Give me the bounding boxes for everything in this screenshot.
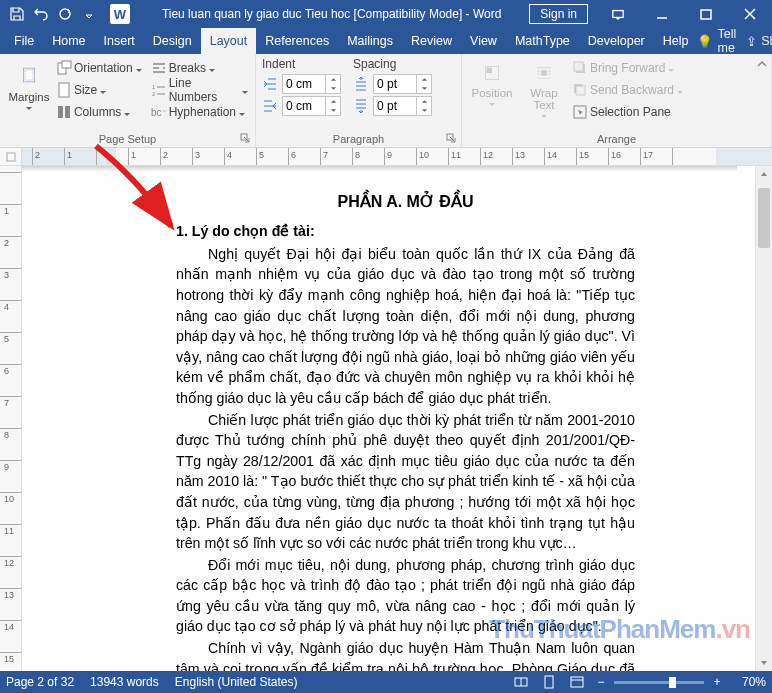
qat-customize[interactable] — [78, 2, 100, 26]
indent-left-input[interactable] — [283, 75, 325, 93]
vertical-scrollbar[interactable] — [755, 166, 772, 671]
spacing-before-field[interactable] — [353, 73, 432, 95]
language-indicator[interactable]: English (United States) — [175, 675, 298, 689]
tab-references[interactable]: References — [256, 28, 338, 54]
spacing-before-input[interactable] — [374, 75, 416, 93]
hyphenation-icon: bc⁻ — [151, 104, 167, 120]
spacing-after-up[interactable] — [417, 97, 431, 106]
paragraph-dialog-launcher[interactable] — [446, 132, 458, 144]
margins-button[interactable]: Margins — [6, 57, 52, 129]
tab-help[interactable]: Help — [654, 28, 698, 54]
breaks-icon — [151, 60, 167, 76]
zoom-out-button[interactable]: − — [594, 673, 608, 691]
chevron-down-icon — [676, 86, 684, 94]
wrap-text-button: Wrap Text — [520, 57, 568, 123]
read-mode-button[interactable] — [510, 673, 532, 691]
tab-mathtype[interactable]: MathType — [506, 28, 579, 54]
tab-design[interactable]: Design — [144, 28, 201, 54]
scrollbar-thumb[interactable] — [758, 188, 770, 248]
zoom-slider[interactable] — [614, 681, 704, 684]
signin-button[interactable]: Sign in — [529, 4, 588, 24]
save-button[interactable] — [6, 2, 28, 26]
collapse-ribbon-button[interactable] — [756, 58, 768, 73]
ruler-corner[interactable] — [0, 148, 22, 166]
indent-left-up[interactable] — [326, 75, 340, 84]
zoom-level[interactable]: 70% — [730, 675, 766, 689]
send-backward-button: Send Backward — [572, 79, 684, 101]
svg-rect-10 — [59, 83, 69, 97]
svg-rect-1 — [613, 11, 623, 18]
horizontal-ruler[interactable]: 21 123 456 789 101112 131415 1617 — [22, 148, 772, 166]
hyphenation-button[interactable]: bc⁻Hyphenation — [151, 101, 249, 123]
indent-right-input[interactable] — [283, 97, 325, 115]
page-setup-dialog-launcher[interactable] — [240, 132, 252, 144]
size-button[interactable]: Size — [56, 79, 143, 101]
columns-button[interactable]: Columns — [56, 101, 143, 123]
ribbon: Margins Orientation Size Columns Breaks … — [0, 54, 772, 148]
spacing-label: Spacing — [353, 57, 432, 71]
indent-right-field[interactable] — [262, 95, 341, 117]
zoom-slider-thumb[interactable] — [669, 677, 676, 688]
ribbon-display-button[interactable] — [596, 0, 640, 28]
print-layout-button[interactable] — [538, 673, 560, 691]
close-button[interactable] — [728, 0, 772, 28]
redo-button[interactable] — [54, 2, 76, 26]
word-count[interactable]: 13943 words — [90, 675, 159, 689]
document-area[interactable]: PHẦN A. MỞ ĐẦU 1. Lý do chọn đề tài: Ngh… — [22, 166, 755, 671]
svg-rect-26 — [7, 153, 15, 161]
orientation-button[interactable]: Orientation — [56, 57, 143, 79]
group-paragraph: Indent Spacing Paragraph — [256, 54, 462, 147]
orientation-icon — [56, 60, 72, 76]
indent-right-icon — [262, 98, 278, 114]
lightbulb-icon: 💡 — [697, 34, 713, 49]
vertical-ruler[interactable]: 12 345 678 91011 121314 15 — [0, 166, 22, 671]
svg-text:2: 2 — [152, 91, 156, 97]
breaks-label: Breaks — [169, 61, 206, 75]
document-content[interactable]: PHẦN A. MỞ ĐẦU 1. Lý do chọn đề tài: Ngh… — [36, 180, 725, 671]
spacing-after-input[interactable] — [374, 97, 416, 115]
tell-me-search[interactable]: 💡Tell me — [697, 27, 736, 55]
share-icon: ⇪ — [746, 34, 757, 49]
tab-insert[interactable]: Insert — [95, 28, 144, 54]
zoom-in-button[interactable]: + — [710, 673, 724, 691]
wrap-text-icon — [530, 59, 558, 87]
spacing-before-down[interactable] — [417, 84, 431, 93]
position-icon — [478, 59, 506, 87]
spacing-after-down[interactable] — [417, 106, 431, 115]
tab-view[interactable]: View — [461, 28, 506, 54]
indent-right-up[interactable] — [326, 97, 340, 106]
line-numbers-button[interactable]: 12Line Numbers — [151, 79, 249, 101]
tab-review[interactable]: Review — [402, 28, 461, 54]
tab-mailings[interactable]: Mailings — [338, 28, 402, 54]
maximize-button[interactable] — [684, 0, 728, 28]
spacing-before-up[interactable] — [417, 75, 431, 84]
indent-right-down[interactable] — [326, 106, 340, 115]
web-layout-button[interactable] — [566, 673, 588, 691]
spacing-after-field[interactable] — [353, 95, 432, 117]
indent-left-field[interactable] — [262, 73, 341, 95]
share-button[interactable]: ⇪Share — [746, 34, 772, 49]
tell-me-label: Tell me — [717, 27, 736, 55]
tab-home[interactable]: Home — [43, 28, 94, 54]
tab-file[interactable]: File — [0, 28, 43, 54]
tab-layout[interactable]: Layout — [201, 28, 257, 54]
tab-developer[interactable]: Developer — [579, 28, 654, 54]
chevron-down-icon — [208, 64, 216, 72]
send-backward-label: Send Backward — [590, 83, 674, 97]
hyphenation-label: Hyphenation — [169, 105, 236, 119]
svg-rect-3 — [701, 10, 711, 19]
svg-rect-19 — [487, 68, 492, 73]
chevron-down-icon — [25, 103, 33, 111]
page-indicator[interactable]: Page 2 of 32 — [6, 675, 74, 689]
svg-rect-9 — [62, 61, 71, 68]
selection-pane-button[interactable]: Selection Pane — [572, 101, 684, 123]
wrap-text-label: Wrap Text — [520, 87, 568, 111]
ribbon-tabs: File Home Insert Design Layout Reference… — [0, 28, 772, 54]
margins-icon — [15, 59, 43, 91]
minimize-button[interactable] — [640, 0, 684, 28]
indent-left-down[interactable] — [326, 84, 340, 93]
undo-button[interactable] — [30, 2, 52, 26]
svg-text:bc⁻: bc⁻ — [151, 107, 167, 118]
indent-label: Indent — [262, 57, 341, 71]
doc-title: PHẦN A. MỞ ĐẦU — [176, 190, 635, 213]
